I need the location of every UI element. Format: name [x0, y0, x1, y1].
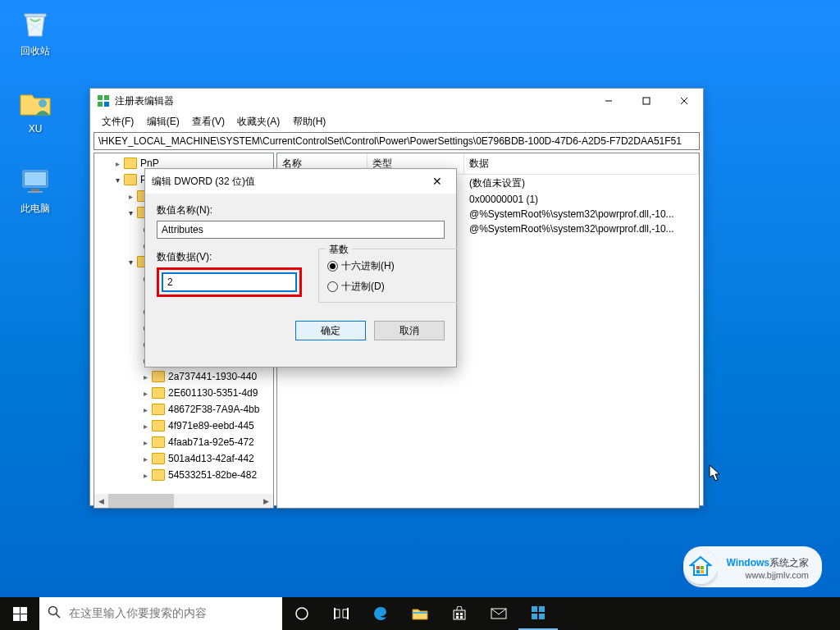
- desktop-icon-this-pc[interactable]: 此电脑: [5, 164, 66, 216]
- dword-dialog-titlebar[interactable]: 编辑 DWORD (32 位)值 ✕: [145, 169, 456, 194]
- svg-point-24: [296, 608, 308, 619]
- taskbar-taskview-icon[interactable]: [322, 597, 361, 630]
- svg-rect-18: [13, 607, 20, 614]
- regedit-titlebar[interactable]: 注册表编辑器: [90, 89, 703, 113]
- cancel-button[interactable]: 取消: [374, 321, 445, 340]
- taskbar-mail-icon[interactable]: [479, 597, 518, 630]
- watermark: Windows系统之家 www.bjjmlv.com: [683, 546, 822, 587]
- svg-rect-6: [104, 95, 109, 100]
- highlight-box: [157, 267, 302, 297]
- taskbar-explorer-icon[interactable]: [400, 597, 440, 630]
- taskbar-cortana-icon[interactable]: [282, 597, 322, 630]
- mouse-cursor-icon: [709, 464, 722, 482]
- taskbar-store-icon[interactable]: [440, 597, 479, 630]
- radio-dec[interactable]: 十进制(D): [327, 280, 449, 294]
- radio-icon: [327, 261, 338, 272]
- edit-dword-dialog: 编辑 DWORD (32 位)值 ✕ 数值名称(N): 数值数据(V): 基数 …: [144, 168, 457, 368]
- svg-rect-15: [701, 566, 704, 569]
- close-icon[interactable]: ✕: [425, 175, 450, 188]
- desktop-icon-label: 回收站: [5, 44, 66, 58]
- value-data-label: 数值数据(V):: [157, 250, 302, 264]
- tree-item[interactable]: 54533251-82be-482: [98, 467, 273, 483]
- svg-rect-36: [532, 606, 537, 612]
- menu-favorites[interactable]: 收藏夹(A): [232, 113, 285, 130]
- svg-rect-5: [98, 95, 103, 100]
- menubar: 文件(F) 编辑(E) 查看(V) 收藏夹(A) 帮助(H): [90, 113, 703, 132]
- tree-item[interactable]: 4faab71a-92e5-472: [98, 434, 273, 450]
- svg-rect-21: [21, 614, 27, 621]
- taskbar-regedit-icon[interactable]: [518, 597, 558, 630]
- svg-rect-38: [532, 614, 537, 619]
- svg-line-23: [56, 614, 60, 618]
- watermark-logo-icon: [683, 550, 718, 584]
- menu-file[interactable]: 文件(F): [97, 113, 139, 130]
- menu-help[interactable]: 帮助(H): [288, 113, 331, 130]
- desktop-icon-label: XU: [5, 123, 66, 135]
- maximize-button[interactable]: [628, 89, 665, 113]
- value-name-field[interactable]: [157, 221, 445, 239]
- search-icon: [48, 605, 61, 622]
- radio-icon: [327, 281, 338, 292]
- svg-rect-20: [13, 614, 20, 621]
- taskbar-edge-icon[interactable]: [361, 597, 400, 630]
- desktop-icon-recycle-bin[interactable]: 回收站: [5, 7, 66, 58]
- value-name-label: 数值名称(N):: [157, 203, 445, 217]
- svg-rect-7: [98, 102, 103, 107]
- menu-edit[interactable]: 编辑(E): [142, 113, 185, 130]
- regedit-icon: [97, 94, 110, 107]
- this-pc-icon: [18, 164, 52, 199]
- svg-rect-32: [460, 613, 463, 615]
- tree-item[interactable]: 4f971e89-eebd-445: [98, 418, 273, 434]
- svg-rect-27: [334, 608, 336, 619]
- svg-rect-16: [696, 570, 700, 573]
- regedit-title: 注册表编辑器: [115, 94, 590, 108]
- svg-rect-3: [31, 189, 39, 191]
- svg-rect-14: [696, 566, 700, 569]
- svg-rect-8: [104, 102, 109, 107]
- svg-rect-29: [413, 612, 427, 614]
- svg-rect-34: [460, 616, 463, 619]
- base-label: 基数: [326, 243, 352, 257]
- scroll-thumb[interactable]: [108, 494, 174, 508]
- svg-rect-33: [456, 616, 459, 619]
- address-bar[interactable]: \HKEY_LOCAL_MACHINE\SYSTEM\CurrentContro…: [94, 132, 700, 150]
- close-button[interactable]: [665, 89, 703, 113]
- tree-item[interactable]: 2E601130-5351-4d9: [98, 385, 273, 401]
- svg-rect-4: [28, 191, 43, 193]
- desktop-icon-label: 此电脑: [5, 202, 66, 216]
- tree-horizontal-scrollbar[interactable]: ◀ ▶: [94, 494, 273, 508]
- svg-rect-19: [21, 607, 27, 614]
- taskbar-search[interactable]: 在这里输入你要搜索的内容: [39, 597, 282, 630]
- ok-button[interactable]: 确定: [295, 321, 366, 340]
- svg-rect-17: [701, 570, 704, 573]
- svg-rect-37: [539, 606, 545, 612]
- desktop-icon-user-folder[interactable]: XU: [5, 85, 66, 135]
- taskbar: 在这里输入你要搜索的内容: [0, 597, 840, 630]
- svg-rect-2: [25, 172, 46, 185]
- recycle-bin-icon: [18, 7, 52, 41]
- radio-hex[interactable]: 十六进制(H): [327, 259, 449, 273]
- svg-rect-39: [539, 614, 545, 619]
- minimize-button[interactable]: [590, 89, 628, 113]
- svg-rect-10: [643, 98, 650, 104]
- scroll-left-button[interactable]: ◀: [94, 494, 108, 508]
- tree-item[interactable]: 48672F38-7A9A-4bb: [98, 401, 273, 418]
- menu-view[interactable]: 查看(V): [187, 113, 230, 130]
- tree-item[interactable]: 2a737441-1930-440: [98, 368, 273, 385]
- svg-rect-30: [454, 610, 465, 619]
- folder-user-icon: [18, 85, 52, 120]
- search-placeholder: 在这里输入你要搜索的内容: [69, 606, 207, 621]
- svg-rect-31: [456, 613, 459, 615]
- value-data-field[interactable]: [162, 272, 297, 292]
- col-data[interactable]: 数据: [464, 153, 699, 174]
- svg-point-0: [39, 99, 47, 107]
- dword-dialog-title: 编辑 DWORD (32 位)值: [152, 175, 425, 189]
- start-button[interactable]: [0, 597, 39, 630]
- tree-item[interactable]: 501a4d13-42af-442: [98, 450, 273, 467]
- base-groupbox: 基数 十六进制(H) 十进制(D): [318, 249, 458, 303]
- svg-rect-28: [347, 608, 349, 619]
- scroll-right-button[interactable]: ▶: [259, 494, 273, 508]
